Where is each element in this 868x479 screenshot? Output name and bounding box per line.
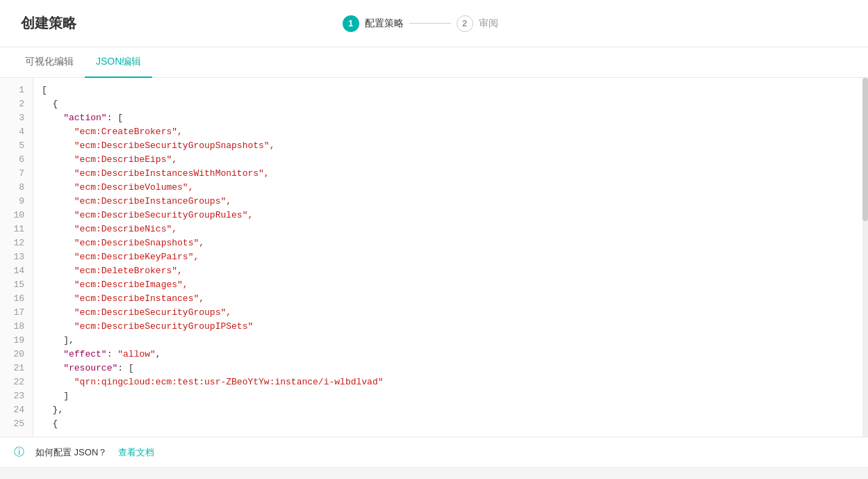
- step-2: 2 审阅: [457, 15, 498, 32]
- line-num-7: 7: [0, 167, 33, 181]
- code-line-24: },: [42, 403, 860, 417]
- line-num-15: 15: [0, 278, 33, 292]
- line-num-18: 18: [0, 320, 33, 334]
- line-num-14: 14: [0, 264, 33, 278]
- line-num-1: 1: [0, 83, 33, 97]
- code-line-2: {: [42, 97, 860, 111]
- line-num-12: 12: [0, 236, 33, 250]
- line-num-3: 3: [0, 111, 33, 125]
- line-num-13: 13: [0, 250, 33, 264]
- line-num-17: 17: [0, 306, 33, 320]
- code-content[interactable]: [ { "action": [ "ecm:CreateBrokers", "ec…: [33, 78, 868, 437]
- line-num-24: 24: [0, 403, 33, 417]
- footer: 取消 下一步: [0, 467, 868, 479]
- page-title: 创建策略: [21, 14, 76, 33]
- scrollbar-track[interactable]: [862, 78, 868, 437]
- line-num-5: 5: [0, 139, 33, 153]
- tab-json[interactable]: JSON编辑: [85, 47, 152, 78]
- step-connector: [409, 23, 451, 24]
- line-num-2: 2: [0, 97, 33, 111]
- code-line-1: [: [42, 83, 860, 97]
- doc-link[interactable]: 查看文档: [118, 446, 154, 459]
- code-line-7: "ecm:DescribeInstancesWithMonitors",: [42, 167, 860, 181]
- code-line-13: "ecm:DescribeKeyPairs",: [42, 250, 860, 264]
- step-2-label: 审阅: [479, 17, 498, 30]
- code-line-25: {: [42, 417, 860, 431]
- code-line-21: "resource": [: [42, 362, 860, 375]
- line-num-25: 25: [0, 417, 33, 431]
- line-num-8: 8: [0, 181, 33, 195]
- code-line-16: "ecm:DescribeInstances",: [42, 292, 860, 306]
- code-line-6: "ecm:DescribeEips",: [42, 153, 860, 167]
- code-editor[interactable]: 1234567891011121314151617181920212223242…: [0, 78, 868, 437]
- line-num-4: 4: [0, 125, 33, 139]
- line-num-9: 9: [0, 195, 33, 209]
- code-line-11: "ecm:DescribeNics",: [42, 222, 860, 236]
- tab-bar: 可视化编辑 JSON编辑: [0, 47, 868, 78]
- code-line-10: "ecm:DescribeSecurityGroupRules",: [42, 209, 860, 222]
- editor-wrapper: 1234567891011121314151617181920212223242…: [0, 78, 868, 437]
- line-num-19: 19: [0, 334, 33, 348]
- code-line-20: "effect": "allow",: [42, 348, 860, 362]
- code-line-18: "ecm:DescribeSecurityGroupIPSets": [42, 320, 860, 334]
- help-icon: ⓘ: [14, 446, 24, 459]
- page-wrapper: 创建策略 1 配置策略 2 审阅 可视化编辑 JSON编辑 1234567: [0, 0, 868, 479]
- stepper: 1 配置策略 2 审阅: [343, 15, 498, 32]
- step-1: 1 配置策略: [343, 15, 404, 32]
- line-numbers: 1234567891011121314151617181920212223242…: [0, 78, 33, 437]
- code-line-9: "ecm:DescribeInstanceGroups",: [42, 195, 860, 209]
- line-num-16: 16: [0, 292, 33, 306]
- tab-visual[interactable]: 可视化编辑: [14, 47, 85, 78]
- line-num-11: 11: [0, 222, 33, 236]
- scrollbar-thumb[interactable]: [862, 78, 868, 221]
- code-line-12: "ecm:DescribeSnapshots",: [42, 236, 860, 250]
- code-line-14: "ecm:DeleteBrokers",: [42, 264, 860, 278]
- header: 创建策略 1 配置策略 2 审阅: [0, 0, 868, 47]
- code-line-15: "ecm:DescribeImages",: [42, 278, 860, 292]
- line-num-6: 6: [0, 153, 33, 167]
- step-1-circle: 1: [343, 15, 359, 32]
- code-line-4: "ecm:CreateBrokers",: [42, 125, 860, 139]
- line-num-10: 10: [0, 209, 33, 222]
- code-line-23: ]: [42, 389, 860, 403]
- line-num-21: 21: [0, 362, 33, 375]
- code-line-5: "ecm:DescribeSecurityGroupSnapshots",: [42, 139, 860, 153]
- line-num-23: 23: [0, 389, 33, 403]
- step-2-circle: 2: [457, 15, 473, 32]
- line-num-22: 22: [0, 375, 33, 389]
- code-line-17: "ecm:DescribeSecurityGroups",: [42, 306, 860, 320]
- line-num-20: 20: [0, 348, 33, 362]
- code-line-22: "qrn:qingcloud:ecm:test:usr-ZBeoYtYw:ins…: [42, 375, 860, 389]
- help-bar: ⓘ 如何配置 JSON？ 查看文档: [0, 437, 868, 467]
- code-line-3: "action": [: [42, 111, 860, 125]
- help-question: 如何配置 JSON？: [35, 446, 107, 459]
- code-line-19: ],: [42, 334, 860, 348]
- code-line-8: "ecm:DescribeVolumes",: [42, 181, 860, 195]
- step-1-label: 配置策略: [365, 17, 404, 30]
